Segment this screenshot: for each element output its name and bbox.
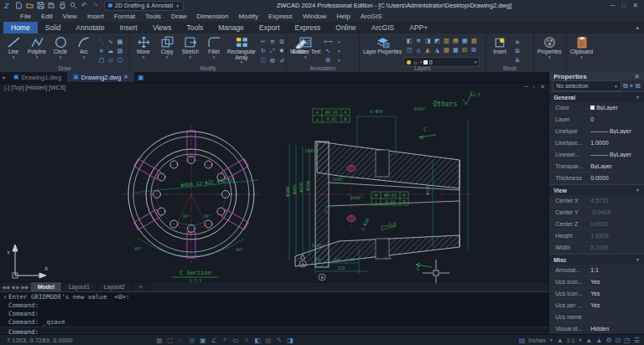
status-toggle-4[interactable]: ▣ — [199, 336, 208, 344]
property-value[interactable]: ——— ByLayer — [590, 128, 644, 134]
drawing-canvas[interactable]: [-] [Top] [Hidden] [WCS] ─ ▫ ✕ — [0, 83, 548, 281]
property-value[interactable]: ByLayer — [590, 105, 644, 111]
doc-tab-close-icon[interactable]: ✕ — [123, 74, 128, 80]
section-collapse-icon[interactable]: ▼ — [636, 188, 640, 193]
property-value[interactable]: 5.1639 — [590, 245, 644, 250]
create-block-icon[interactable]: ⧈ — [513, 38, 522, 46]
auto-scale-icon[interactable]: ▲ — [595, 337, 602, 344]
rectangle-tool-icon[interactable]: ▢ — [97, 56, 106, 64]
point-tool-icon[interactable]: ⋱ — [97, 38, 106, 46]
polygon-tool-icon[interactable]: ⬡ — [116, 56, 124, 64]
layer-prev-icon[interactable]: ▤ — [451, 37, 460, 45]
clipboard-button[interactable]: Clipboard▾ — [569, 34, 595, 59]
property-value[interactable]: 1:1 — [590, 267, 644, 273]
property-value[interactable]: 4.5731 — [590, 198, 644, 203]
ribbon-tab-express[interactable]: Express — [288, 22, 329, 33]
status-toggle-10[interactable]: ▤ — [264, 336, 273, 344]
ribbon-tab-views[interactable]: Views — [145, 22, 179, 33]
line-button[interactable]: Line▾ — [2, 34, 25, 59]
menu-tools[interactable]: Tools — [140, 13, 166, 20]
undo-icon[interactable]: ↶ — [80, 1, 89, 10]
property-value[interactable]: ByLayer — [590, 163, 644, 169]
region-tool-icon[interactable]: ▩ — [116, 38, 124, 46]
layer-match-icon[interactable]: ▥ — [442, 37, 450, 45]
status-toggle-1[interactable]: ▢ — [166, 336, 175, 344]
property-value[interactable]: Yes — [590, 302, 644, 308]
break-tool-icon[interactable]: ◍ — [268, 56, 277, 64]
status-toggle-3[interactable]: ◎ — [188, 336, 197, 344]
table-caret-icon[interactable]: ▾ — [335, 56, 343, 64]
maximize-button[interactable]: □ — [621, 2, 626, 9]
layer-state-icon[interactable]: ⊟ — [460, 46, 469, 54]
minimize-button[interactable]: ─ — [610, 2, 615, 9]
layer-lock-icon[interactable]: ◨ — [423, 37, 432, 45]
revcloud-tool-icon[interactable]: ☁ — [106, 47, 115, 55]
scale-tool-icon[interactable]: ⤢ — [268, 47, 277, 55]
toggle-pickadd-icon[interactable]: ⊞ — [635, 82, 641, 90]
property-value[interactable]: Hidden — [590, 326, 644, 332]
quick-select-icon[interactable]: ⧉ — [623, 82, 628, 90]
rectangular-array-button[interactable]: Rectangular Array▾ — [226, 34, 257, 64]
isolate-objects-icon[interactable]: ⊡ — [615, 337, 621, 344]
property-value[interactable]: 1.9309 — [590, 233, 644, 239]
section-general[interactable]: General▼ — [549, 91, 644, 102]
property-value[interactable]: 1.0000 — [590, 140, 644, 146]
layer-freeze-icon[interactable]: ❄ — [414, 37, 423, 45]
menu-dimension[interactable]: Dimension — [192, 13, 234, 20]
property-value[interactable]: 0.0000 — [590, 221, 644, 227]
polyline-button[interactable]: Polyline▾ — [25, 34, 49, 59]
save-icon[interactable] — [36, 1, 45, 10]
status-toggle-5[interactable]: ∠ — [210, 336, 219, 344]
ribbon-tab-home[interactable]: Home — [3, 22, 38, 33]
workspace-gear-icon[interactable]: ⚙ — [605, 337, 611, 344]
status-toggle-0[interactable]: ▦ — [155, 336, 164, 344]
copy-button[interactable]: Copy▾ — [155, 34, 179, 59]
ribbon-tab-annotate[interactable]: Annotate — [69, 22, 112, 33]
hatch-tool-icon[interactable]: ▨ — [116, 47, 124, 55]
viewport-controls[interactable]: [-] [Top] [Hidden] [WCS] — [4, 85, 66, 90]
property-value[interactable]: -0.0418 — [590, 209, 644, 215]
ribbon-tab-insert[interactable]: Insert — [112, 22, 145, 33]
status-toggle-7[interactable]: ▭ — [231, 336, 241, 344]
circle-button[interactable]: Circle▾ — [49, 34, 72, 59]
ribbon-tab-app+[interactable]: APP+ — [402, 22, 435, 33]
section-misc[interactable]: Misc▼ — [549, 254, 644, 265]
menu-modify[interactable]: Modify — [233, 13, 263, 20]
select-objects-icon[interactable]: ⌖ — [630, 82, 634, 90]
doc-restore-icon[interactable]: ▫ — [533, 84, 535, 90]
xline-tool-icon[interactable]: ✕ — [97, 47, 106, 55]
plot-icon[interactable] — [58, 1, 67, 10]
status-toggle-8[interactable]: ≡ — [242, 336, 252, 344]
property-value[interactable]: Yes — [590, 279, 644, 285]
layer-thaw-icon[interactable]: ◬ — [414, 46, 423, 54]
doc-tab-drawing1.dwg[interactable]: ▣Drawing1.dwg — [8, 72, 67, 82]
layer-unisolate-icon[interactable]: ◮ — [433, 46, 441, 54]
layer-walk-icon[interactable]: ▦ — [460, 37, 469, 45]
save-as-icon[interactable] — [47, 1, 56, 10]
multiline-text-button[interactable]: A Multiline Text▾ — [288, 34, 322, 59]
clean-screen-icon[interactable]: ◳ — [624, 337, 631, 344]
command-window[interactable]: ✕Enter GRIDMODE's new value <0>:Command:… — [0, 291, 548, 335]
workspace-switcher[interactable]: 2D Drafting & Annotati ▼ — [104, 1, 184, 11]
layer-filter-icon[interactable]: ⊞ — [470, 46, 478, 54]
doc-tabs-menu-icon[interactable]: ▾ — [0, 72, 8, 82]
ellipse-tool-icon[interactable]: ◎ — [106, 56, 115, 64]
move-button[interactable]: Move▾ — [132, 34, 155, 59]
status-toggle-9[interactable]: ◧ — [253, 336, 262, 344]
menu-express[interactable]: Express — [263, 13, 298, 20]
close-button[interactable]: ✕ — [632, 2, 638, 9]
annotation-scale-value[interactable]: 1:1 — [567, 337, 575, 343]
new-file-icon[interactable] — [14, 1, 23, 10]
redo-icon[interactable]: ↷ — [91, 1, 100, 10]
fillet-button[interactable]: Fillet▾ — [202, 34, 226, 59]
offset-tool-icon[interactable]: ≋ — [268, 38, 277, 46]
ribbon-tab-tools[interactable]: Tools — [179, 22, 210, 33]
layer-properties-button[interactable]: Layer Properties — [361, 34, 403, 55]
menu-file[interactable]: File — [15, 13, 36, 20]
spline-tool-icon[interactable]: ∿ — [106, 38, 115, 46]
attributes-icon[interactable]: ≣ — [513, 56, 522, 64]
status-toggle-6[interactable]: ⌖ — [221, 336, 230, 344]
status-toggle-12[interactable]: ◨ — [286, 336, 295, 344]
section-view[interactable]: View▼ — [549, 184, 644, 195]
ribbon-collapse-icon[interactable]: ▴ — [636, 24, 639, 31]
